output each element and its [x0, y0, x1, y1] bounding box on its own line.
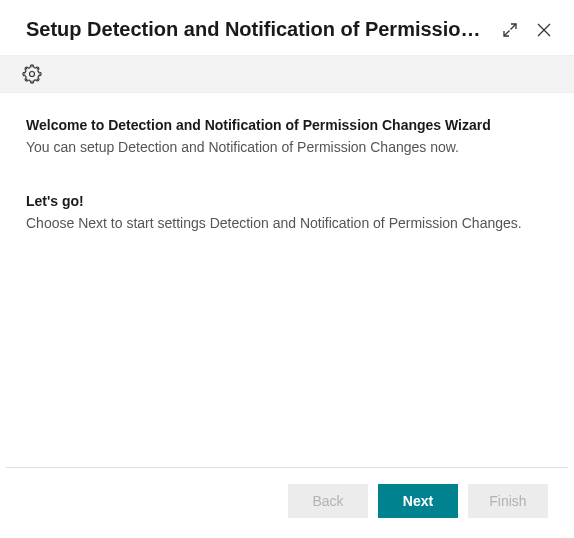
expand-icon[interactable]: [500, 20, 520, 40]
welcome-heading: Welcome to Detection and Notification of…: [26, 117, 548, 133]
toolbar: [0, 55, 574, 93]
wizard-footer: Back Next Finish: [6, 467, 568, 538]
letsgo-text: Choose Next to start settings Detection …: [26, 215, 548, 231]
svg-point-0: [30, 72, 35, 77]
gear-icon[interactable]: [20, 62, 44, 86]
dialog-title: Setup Detection and Notification of Perm…: [26, 18, 488, 41]
welcome-text: You can setup Detection and Notification…: [26, 139, 548, 155]
wizard-dialog: Setup Detection and Notification of Perm…: [0, 0, 574, 538]
next-button[interactable]: Next: [378, 484, 458, 518]
header-controls: [500, 20, 554, 40]
wizard-content: Welcome to Detection and Notification of…: [0, 93, 574, 467]
back-button[interactable]: Back: [288, 484, 368, 518]
dialog-header: Setup Detection and Notification of Perm…: [0, 0, 574, 55]
finish-button[interactable]: Finish: [468, 484, 548, 518]
letsgo-heading: Let's go!: [26, 193, 548, 209]
close-icon[interactable]: [534, 20, 554, 40]
